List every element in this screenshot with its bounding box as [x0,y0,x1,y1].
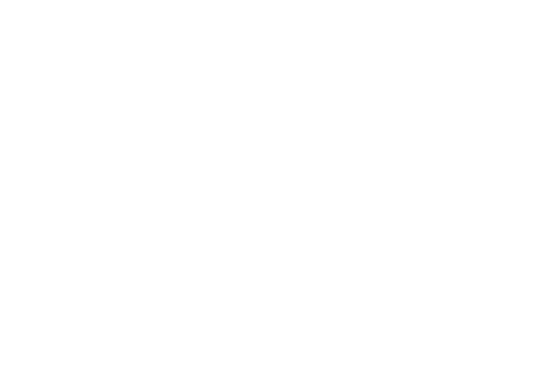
axes-frames-overlay-canvas [0,0,555,392]
mex-summary-plot-page: { "colors": { "background": "#ffffff", "… [0,0,555,392]
